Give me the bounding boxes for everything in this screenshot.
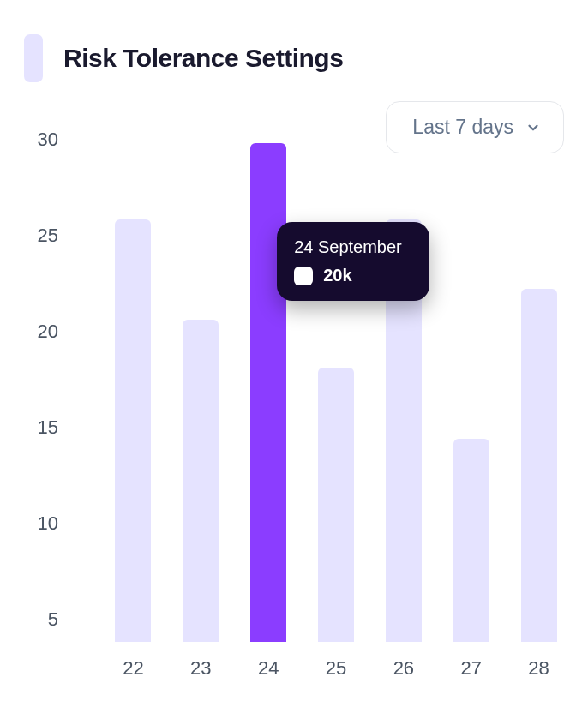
y-tick: 15 [38,416,58,439]
range-control-row: Last 7 days [24,101,573,153]
x-tick: 28 [505,642,573,707]
y-axis: 51015202530 [24,162,99,642]
bar[interactable] [115,219,151,642]
tooltip-value: 20k [323,266,351,285]
bar[interactable] [521,289,557,642]
chevron-down-icon [525,120,541,135]
widget-title: Risk Tolerance Settings [63,44,343,73]
x-tick: 24 [235,642,303,707]
range-dropdown[interactable]: Last 7 days [386,101,564,153]
widget-header: Risk Tolerance Settings [24,34,573,82]
bar[interactable] [183,320,219,642]
y-tick: 5 [48,608,58,631]
x-tick: 25 [303,642,370,707]
y-tick: 30 [38,129,58,151]
risk-tolerance-widget: Risk Tolerance Settings Last 7 days 5101… [0,0,588,713]
x-axis: 22232425262728 [99,642,573,707]
tooltip-value-row: 20k [294,266,409,285]
bar-chart: 51015202530 22232425262728 24 September … [24,162,573,676]
x-tick: 26 [369,642,437,707]
bar-column[interactable] [505,162,573,642]
x-tick: 27 [437,642,505,707]
y-tick: 25 [38,225,58,247]
bar[interactable] [318,368,354,642]
bar-column[interactable] [437,162,505,642]
chart-tooltip: 24 September 20k [277,222,429,301]
bar-column[interactable] [99,162,167,642]
range-label: Last 7 days [412,116,513,139]
y-tick: 20 [38,321,58,343]
bar-active[interactable] [250,143,286,642]
tooltip-swatch [294,267,313,285]
x-tick: 22 [99,642,167,707]
bar-column[interactable] [167,162,235,642]
tooltip-date: 24 September [294,237,409,257]
bar[interactable] [453,439,489,642]
y-tick: 10 [38,512,58,535]
x-tick: 23 [167,642,235,707]
legend-swatch [24,34,43,82]
